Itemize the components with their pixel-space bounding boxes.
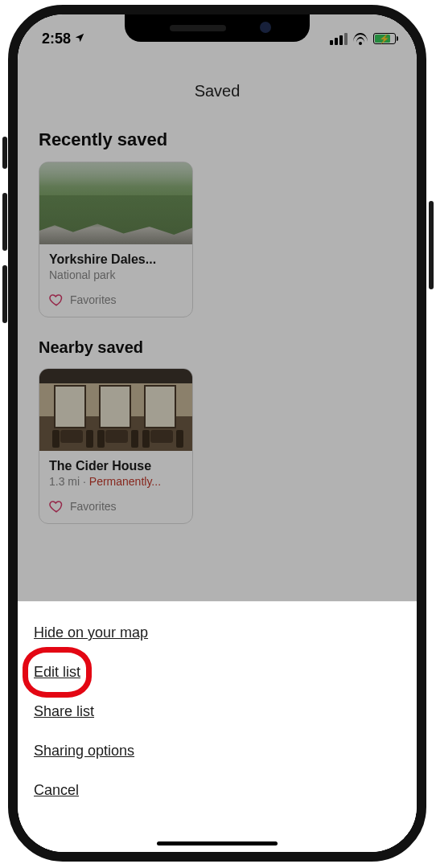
nearby-card[interactable]: The Cider House 1.3 mi · Permanently... … <box>39 368 193 524</box>
recent-card-subtitle: National park <box>49 268 183 281</box>
device-volume-down <box>2 265 7 323</box>
location-arrow-icon <box>74 31 85 47</box>
battery-icon: ⚡ <box>373 33 396 44</box>
device-notch <box>125 14 310 42</box>
section-heading-nearby: Nearby saved <box>18 317 417 368</box>
section-heading-recent: Recently saved <box>18 123 417 162</box>
device-silent-switch <box>2 137 7 169</box>
action-cancel[interactable]: Cancel <box>34 771 79 810</box>
action-share-list[interactable]: Share list <box>34 692 94 731</box>
home-indicator[interactable] <box>157 841 278 845</box>
heart-icon <box>49 499 64 514</box>
action-sheet: Hide on your map Edit list Share list Sh… <box>18 601 417 852</box>
wifi-icon <box>352 33 368 44</box>
dot-separator: · <box>80 475 89 488</box>
screen: 2:58 ⚡ Saved Recently saved <box>18 14 417 852</box>
nearby-card-status: Permanently... <box>89 475 161 488</box>
action-hide-on-map[interactable]: Hide on your map <box>34 613 148 653</box>
nearby-card-title: The Cider House <box>49 459 183 473</box>
page-title: Saved <box>18 53 417 123</box>
charging-bolt-icon: ⚡ <box>379 34 390 44</box>
cellular-signal-icon <box>330 33 348 45</box>
device-frame: 2:58 ⚡ Saved Recently saved <box>8 5 426 862</box>
recent-card-list-label: Favorites <box>70 293 117 306</box>
device-volume-up <box>2 193 7 251</box>
recent-card[interactable]: Yorkshire Dales... National park Favorit… <box>39 162 193 317</box>
action-sharing-options[interactable]: Sharing options <box>34 731 134 771</box>
recent-card-image <box>39 162 192 244</box>
nearby-card-subtitle: 1.3 mi · Permanently... <box>49 475 183 488</box>
status-time: 2:58 <box>42 31 71 47</box>
heart-icon <box>49 293 64 307</box>
recent-card-title: Yorkshire Dales... <box>49 252 183 267</box>
nearby-card-distance: 1.3 mi <box>49 475 80 488</box>
nearby-card-image <box>39 369 192 451</box>
nearby-card-list-label: Favorites <box>70 500 117 513</box>
device-side-button <box>429 201 434 289</box>
action-edit-list[interactable]: Edit list <box>34 653 80 692</box>
